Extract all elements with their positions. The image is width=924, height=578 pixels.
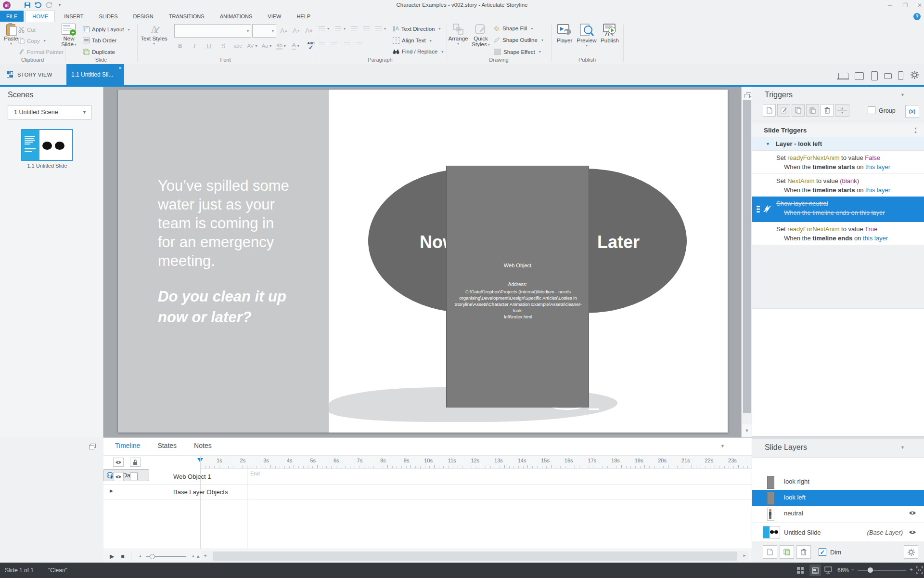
text-styles-button[interactable]: A Text Styles ▾ [141,23,167,46]
zoom-out-triangle-icon[interactable]: ▲ [138,554,142,558]
edit-trigger-button[interactable] [777,104,790,117]
minimize-button[interactable]: ─ [884,1,896,9]
scroll-left-icon[interactable]: ◄ [203,553,207,558]
dim-checkbox[interactable]: ✓ [819,548,826,556]
row-eye-button[interactable] [113,472,124,481]
reorder-trigger-buttons[interactable]: ▲ ▼ [835,104,849,117]
italic-button[interactable]: I [190,41,199,51]
zoom-in-triangle-icon[interactable]: ▲ [191,554,195,558]
align-text-button[interactable]: ↕ Align Text▾ [393,37,432,44]
new-layer-button[interactable] [763,545,777,559]
scene-dropdown[interactable]: 1 Untitled Scene ▼ [8,105,91,119]
text-direction-button[interactable]: ∥A Text Direction▾ [393,26,441,32]
cut-button[interactable]: Cut [18,26,36,33]
tablet-portrait-view-icon[interactable] [871,71,878,80]
tab-file[interactable]: FILE [0,11,24,22]
shape-fill-button[interactable]: Shape Fill▾ [494,26,533,31]
spell-check-button[interactable]: ABC ✓ [305,41,317,50]
eye-icon[interactable] [909,529,916,535]
panel-splitter[interactable] [752,436,924,439]
line-spacing-button[interactable]: ▾ [375,26,386,31]
trigger-item[interactable]: Set readyForNextAnim to value False When… [752,151,924,173]
new-trigger-button[interactable] [763,104,776,117]
shape-effect-button[interactable]: Shape Effect▾ [494,49,541,55]
align-right-icon[interactable] [344,42,350,47]
slide-canvas[interactable]: You’ve spilled some water just as your t… [103,87,741,437]
tab-order-button[interactable]: Tab Order [83,38,116,43]
underline-button[interactable]: U [204,41,214,51]
row-lock-checkbox[interactable] [130,473,138,480]
paste-button[interactable]: Paste ▾ [2,23,20,46]
manage-variables-button[interactable]: (x) [905,105,919,118]
scroll-right-icon[interactable]: ► [743,553,746,558]
expand-triangle-icon[interactable]: ▶ [110,488,113,493]
font-name-select[interactable]: ▾ [174,24,251,38]
character-spacing-button[interactable]: AV▾ [247,41,257,51]
tab-animations[interactable]: ANIMATIONS [214,11,259,22]
zoom-slider-thumb[interactable] [868,567,873,573]
expand-triangle-icon[interactable]: ▼ [766,142,770,146]
slide[interactable]: You’ve spilled some water just as your t… [118,90,728,433]
strikethrough-button[interactable]: abc [233,41,243,51]
stop-icon[interactable]: ■ [121,553,124,560]
scrollbar-thumb[interactable] [743,100,751,413]
canvas-vertical-scrollbar[interactable]: ▲ ▼ [741,87,752,437]
apply-layout-button[interactable]: Apply Layout▾ [83,26,130,32]
bold-button[interactable]: B [175,41,185,51]
tab-help[interactable]: HELP [290,11,317,22]
panel-collapse-icon[interactable]: ▼ [900,92,905,97]
panel-collapse-icon[interactable]: ▼ [720,444,725,448]
shape-outline-button[interactable]: Shape Outline▾ [494,37,543,43]
tab-states[interactable]: States [157,442,177,449]
timeline-object-bar[interactable]: C:\Dat... [103,469,149,481]
highlight-color-button[interactable]: ab▾ [276,41,286,51]
play-icon[interactable]: ▶ [110,553,114,560]
slide-question-text[interactable]: Do you clean it up now or later? [158,286,317,328]
trigger-item[interactable]: Set readyForNextAnim to value True When … [752,222,924,245]
increase-indent-icon[interactable] [363,26,370,31]
close-button[interactable]: ✕ [913,1,924,9]
change-case-button[interactable]: Aa▾ [262,41,271,51]
timeline-ruler[interactable]: 1s2s3s4s5s6s7s8s9s10s11s12s13s14s15s16s1… [200,456,752,469]
lock-all-button[interactable] [130,458,141,467]
drag-handle-icon[interactable] [757,205,760,213]
zoom-in-large-triangle-icon[interactable]: ▲ [195,553,201,559]
layer-item-look-left[interactable]: look left [752,490,924,506]
font-color-button[interactable]: A▾ [291,41,300,51]
new-slide-button[interactable]: + New Slide▾ [58,23,80,47]
slide-view-icon[interactable] [809,565,821,576]
numbering-button[interactable]: ▾ [335,26,346,31]
player-button[interactable]: Player [553,23,576,43]
desktop-view-icon[interactable] [855,72,864,80]
tab-timeline[interactable]: Timeline [115,442,140,449]
align-left-icon[interactable] [319,42,325,47]
timeline-row-base-layer[interactable]: ▶ Base Layer Objects [103,485,752,500]
show-all-eye-button[interactable] [113,458,124,467]
slide-paragraph-text[interactable]: You’ve spilled some water just as your t… [158,176,317,270]
fit-to-window-icon[interactable] [916,566,923,574]
collapse-all-icon[interactable]: ▼▲ [914,127,917,133]
copy-button[interactable]: Copy▾ [18,38,46,44]
timeline-zoom-slider[interactable] [146,553,186,559]
shadow-button[interactable]: S [218,41,228,51]
layer-item-look-right[interactable]: look right [752,474,924,490]
help-icon[interactable]: ? [913,13,921,20]
phone-view-icon[interactable] [898,71,903,80]
tablet-landscape-view-icon[interactable] [884,73,892,79]
duplicate-layer-button[interactable] [780,545,794,559]
shrink-font-button[interactable]: A▼ [292,26,301,35]
gear-icon[interactable] [911,71,919,79]
web-object[interactable]: Web Object Address: C:\Data\Dropbox\Proj… [446,166,589,407]
publish-button[interactable]: Publish [599,23,621,43]
scroll-down-icon[interactable]: ▼ [742,424,752,437]
panel-collapse-icon[interactable]: ▼ [900,445,905,450]
tab-home[interactable]: HOME [26,11,55,22]
format-painter-button[interactable]: Format Painter [18,49,64,55]
align-center-icon[interactable] [331,42,337,47]
timeline-row-web-object[interactable]: Web Object 1 C:\Dat... [103,469,752,485]
quick-styles-button[interactable]: Quick Styles▾ [470,23,492,47]
tab-insert[interactable]: INSERT [58,11,90,22]
tab-slide-editor[interactable]: 1.1 Untitled Sli... × [66,64,124,85]
decrease-indent-icon[interactable] [351,26,358,31]
layer-settings-button[interactable] [904,545,918,559]
